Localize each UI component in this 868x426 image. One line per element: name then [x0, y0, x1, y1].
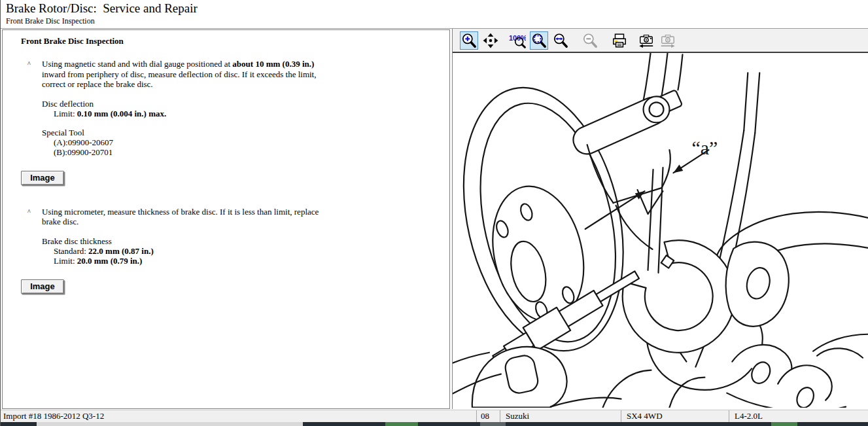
image-viewer-panel: 100%: [452, 29, 868, 409]
status-model: SX4 4WD: [621, 410, 729, 422]
procedure-panel: Front Brake Disc Inspection ^ Using magn…: [2, 29, 450, 409]
list-item: ^ Using magnetic stand and with dial gau…: [27, 59, 323, 90]
brake-disc-micrometer-illustration: “a”: [453, 53, 868, 408]
zoom-out-icon: [582, 32, 599, 49]
page-subtitle: Front Brake Disc Inspection: [1, 16, 868, 26]
text-run: inward from periphery of disc, measure d…: [42, 69, 316, 90]
page-title: Brake Rotor/Disc: Service and Repair: [1, 0, 868, 16]
spec-value: 0.10 mm (0.004 in.) max.: [77, 109, 167, 118]
spec-label: Limit:: [54, 109, 77, 118]
zoom-width-icon: [552, 32, 569, 49]
zoom-in-icon: [460, 32, 477, 49]
section-heading: Front Brake Disc Inspection: [21, 36, 449, 46]
next-image-button: [659, 31, 677, 50]
list-bullet: ^: [27, 207, 42, 227]
spec-title: Disc deflection: [42, 99, 449, 109]
zoom-fit-icon: [530, 32, 547, 49]
text-run: Using magnetic stand and with dial gauge…: [42, 59, 232, 69]
pan-icon: [482, 32, 499, 49]
zoom-100-button[interactable]: 100%: [508, 31, 527, 50]
spec-line: Limit: 0.10 mm (0.004 in.) max.: [54, 109, 449, 118]
dimension-label: “a”: [691, 137, 718, 158]
illustration-area: “a”: [453, 53, 868, 408]
spec-label: Limit:: [54, 256, 77, 266]
spec-line: Limit: 20.0 mm (0.79 in.): [54, 256, 449, 266]
status-import-info: Import #18 1986-2012 Q3-12: [1, 410, 476, 422]
zoom-in-button[interactable]: [460, 31, 478, 50]
zoom-100-icon: 100%: [509, 32, 526, 49]
taskbar-edge: [1, 422, 868, 426]
previous-image-button[interactable]: [637, 31, 655, 50]
zoom-width-button[interactable]: [551, 31, 570, 50]
spec-block: Brake disc thickness Standard: 22.0 mm (…: [42, 236, 449, 266]
spec-value: 22.0 mm (0.87 in.): [88, 246, 154, 256]
status-engine: L4-2.0L: [729, 410, 868, 422]
header: Brake Rotor/Disc: Service and Repair Fro…: [1, 0, 868, 29]
spec-value: 20.0 mm (0.79 in.): [77, 256, 143, 266]
spec-line: Standard: 22.0 mm (0.87 in.): [54, 246, 449, 256]
text-run: Using micrometer, measure thickness of b…: [42, 207, 319, 227]
status-make: Suzuki: [500, 410, 621, 422]
image-toolbar: 100%: [453, 29, 868, 53]
list-bullet: ^: [27, 59, 42, 90]
pan-button[interactable]: [481, 31, 500, 50]
list-item-text: Using micrometer, measure thickness of b…: [42, 207, 323, 227]
list-item: ^ Using micrometer, measure thickness of…: [27, 207, 323, 227]
image-button[interactable]: Image: [21, 171, 64, 185]
status-year: 08: [476, 410, 500, 422]
text-run-bold: about 10 mm (0.39 in.): [232, 59, 314, 69]
app-window: Brake Rotor/Disc: Service and Repair Fro…: [0, 0, 868, 426]
spec-line: (A):09900-20607: [54, 137, 449, 147]
spec-block: Disc deflection Limit: 0.10 mm (0.004 in…: [42, 99, 449, 118]
zoom-fit-button[interactable]: [530, 31, 548, 50]
image-button[interactable]: Image: [21, 279, 64, 294]
spec-title: Special Tool: [42, 128, 449, 137]
previous-image-icon: [638, 32, 655, 49]
print-icon: [611, 32, 628, 49]
spec-block: Special Tool (A):09900-20607 (B):09900-2…: [42, 128, 449, 157]
status-bar: Import #18 1986-2012 Q3-12 08 Suzuki SX4…: [1, 410, 868, 422]
spec-title: Brake disc thickness: [42, 236, 449, 246]
spec-line: (B):09900-20701: [54, 147, 449, 157]
next-image-icon: [659, 32, 676, 49]
list-item-text: Using magnetic stand and with dial gauge…: [42, 59, 323, 90]
spec-label: Standard:: [54, 246, 88, 256]
zoom-out-button: [581, 31, 599, 50]
print-button[interactable]: [610, 31, 629, 50]
